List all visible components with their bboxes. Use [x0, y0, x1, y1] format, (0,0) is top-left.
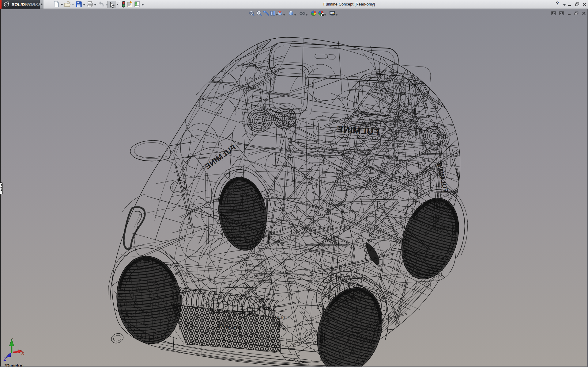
svg-text:Z: Z — [3, 357, 6, 362]
svg-text:FULMINE: FULMINE — [203, 143, 237, 171]
svg-text:FULM: FULM — [276, 315, 288, 320]
svg-text:SOLIDWORKS: SOLIDWORKS — [12, 2, 40, 7]
svg-text:X: X — [21, 351, 24, 356]
